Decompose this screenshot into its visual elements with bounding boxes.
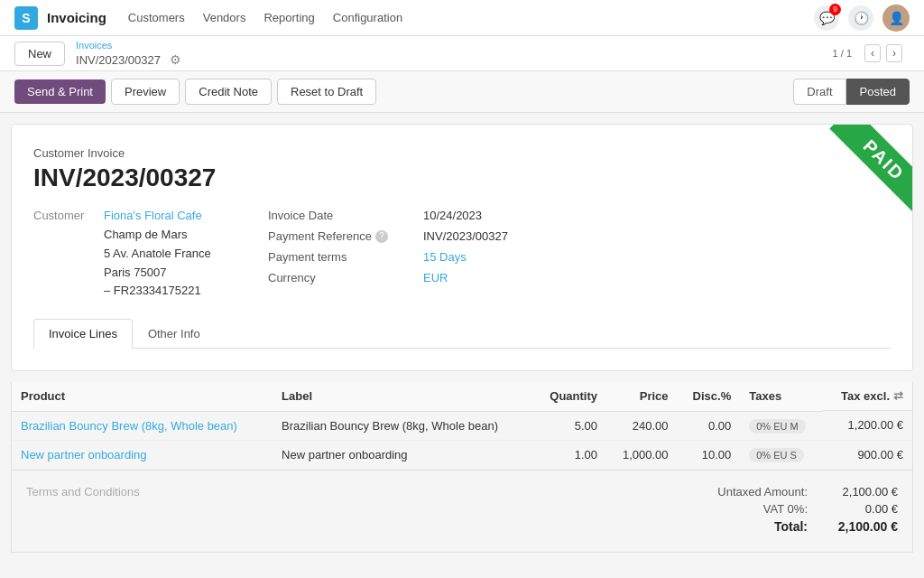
send-print-button[interactable]: Send & Print (14, 79, 106, 104)
invoice-number: INV/2023/00327 (33, 163, 891, 192)
payment-terms-row: Payment terms 15 Days (268, 250, 891, 264)
breadcrumb: Invoices (76, 40, 181, 52)
notifications-icon[interactable]: 💬 9 (814, 5, 839, 31)
col-disc: Disc.% (678, 382, 741, 411)
row1-disc: 0.00 (678, 411, 741, 440)
col-quantity: Quantity (533, 382, 606, 411)
total-value: 2,100.00 € (808, 519, 898, 534)
row2-product[interactable]: New partner onboarding (12, 440, 273, 469)
row1-price: 240.00 (606, 411, 678, 440)
table-row: Brazilian Bouncy Brew (8kg, Whole bean) … (12, 411, 912, 440)
clock-icon[interactable]: 🕐 (848, 5, 873, 31)
breadcrumb-current: INV/2023/00327 (76, 53, 161, 67)
col-taxes: Taxes (740, 382, 823, 411)
address-line1: Champ de Mars (104, 226, 232, 245)
row2-label: New partner onboarding (273, 440, 533, 469)
address-line2: 5 Av. Anatole France (104, 245, 232, 264)
nav-vendors[interactable]: Vendors (203, 11, 246, 24)
status-area: Draft Posted (793, 79, 910, 105)
status-draft-button[interactable]: Draft (793, 79, 845, 105)
payment-ref-help-icon[interactable]: ? (375, 230, 388, 243)
column-settings-icon[interactable]: ⇄ (893, 389, 903, 403)
nav-customers[interactable]: Customers (128, 11, 185, 24)
pagination-text: 1 / 1 (833, 48, 859, 59)
paid-banner: PAID (795, 125, 912, 242)
untaxed-row: Untaxed Amount: 2,100.00 € (627, 485, 898, 499)
col-tax-excl: Tax excl. ⇄ (823, 382, 912, 411)
payment-terms-label: Payment terms (268, 250, 412, 264)
vat-row: VAT 0%: 0.00 € (627, 502, 898, 516)
address-line3: Paris 75007 (104, 264, 232, 283)
vat-label: VAT 0%: (663, 502, 808, 516)
nav-reporting[interactable]: Reporting (263, 11, 314, 24)
next-arrow[interactable]: › (886, 44, 902, 62)
topnav-right: 💬 9 🕐 👤 (814, 5, 910, 32)
customer-label: Customer (33, 209, 97, 222)
main-nav: Customers Vendors Reporting Configuratio… (128, 11, 814, 24)
notification-badge: 9 (829, 4, 841, 15)
customer-name[interactable]: Fiona's Floral Cafe (104, 209, 202, 222)
address-line4: – FR23334175221 (104, 282, 232, 301)
currency-row: Currency EUR (268, 271, 891, 284)
row1-quantity: 5.00 (533, 411, 606, 440)
row2-taxes: 0% EU S (740, 440, 823, 469)
payment-terms-value[interactable]: 15 Days (423, 250, 467, 264)
col-price: Price (606, 382, 678, 411)
row2-tax-badge: 0% EU S (749, 448, 804, 462)
currency-value[interactable]: EUR (423, 271, 448, 284)
invoice-card: PAID Customer Invoice INV/2023/00327 Cus… (11, 124, 913, 371)
new-button[interactable]: New (14, 42, 65, 66)
payment-ref-value: INV/2023/00327 (423, 229, 508, 243)
table-row: New partner onboarding New partner onboa… (12, 440, 912, 469)
row1-tax-badge: 0% EU M (749, 419, 805, 434)
reset-to-draft-button[interactable]: Reset to Draft (277, 79, 376, 105)
preview-button[interactable]: Preview (111, 79, 180, 105)
untaxed-label: Untaxed Amount: (663, 485, 808, 499)
credit-note-button[interactable]: Credit Note (185, 79, 272, 105)
col-product: Product (12, 382, 273, 411)
status-posted-button[interactable]: Posted (846, 79, 910, 105)
nav-configuration[interactable]: Configuration (333, 11, 402, 24)
prev-arrow[interactable]: ‹ (864, 44, 881, 62)
invoice-date-value: 10/24/2023 (423, 209, 482, 222)
topbar-row: New Invoices INV/2023/00327 ⚙ 1 / 1 ‹ › (0, 36, 924, 71)
tab-invoice-lines[interactable]: Invoice Lines (33, 319, 133, 349)
row1-taxes: 0% EU M (740, 411, 823, 440)
topnav: S Invoicing Customers Vendors Reporting … (0, 0, 924, 36)
row1-tax-excl: 1,200.00 € (823, 411, 912, 440)
payment-ref-label: Payment Reference ? (268, 229, 412, 243)
untaxed-value: 2,100.00 € (808, 485, 898, 499)
breadcrumb-parent[interactable]: Invoices (76, 40, 112, 51)
vat-value: 0.00 € (808, 502, 898, 516)
currency-label: Currency (268, 271, 412, 284)
invoice-type-label: Customer Invoice (33, 146, 891, 160)
total-label: Total: (663, 519, 808, 534)
totals: Untaxed Amount: 2,100.00 € VAT 0%: 0.00 … (627, 485, 898, 537)
row2-price: 1,000.00 (606, 440, 678, 469)
total-row: Total: 2,100.00 € (627, 519, 898, 534)
footer-section: Terms and Conditions Untaxed Amount: 2,1… (11, 471, 913, 553)
user-avatar[interactable]: 👤 (882, 5, 910, 32)
terms-conditions: Terms and Conditions (26, 485, 627, 537)
invoice-date-label: Invoice Date (268, 209, 412, 222)
row2-tax-excl: 900.00 € (823, 440, 912, 469)
table-container: Product Label Quantity Price Disc.% Taxe… (11, 382, 913, 471)
paid-banner-text: PAID (829, 125, 912, 214)
tabs: Invoice Lines Other Info (33, 319, 891, 349)
row1-product[interactable]: Brazilian Bouncy Brew (8kg, Whole bean) (12, 411, 273, 440)
invoice-details: Customer Fiona's Floral Cafe Champ de Ma… (33, 209, 891, 301)
left-details: Customer Fiona's Floral Cafe Champ de Ma… (33, 209, 232, 301)
tab-other-info[interactable]: Other Info (133, 319, 216, 348)
app-logo: S (14, 6, 38, 30)
app-name: Invoicing (47, 10, 106, 25)
col-label: Label (273, 382, 533, 411)
row2-quantity: 1.00 (533, 440, 606, 469)
row1-label: Brazilian Bouncy Brew (8kg, Whole bean) (273, 411, 533, 440)
settings-gear-icon[interactable]: ⚙ (170, 52, 181, 67)
row2-disc: 10.00 (678, 440, 741, 469)
action-bar: Send & Print Preview Credit Note Reset t… (0, 71, 924, 113)
